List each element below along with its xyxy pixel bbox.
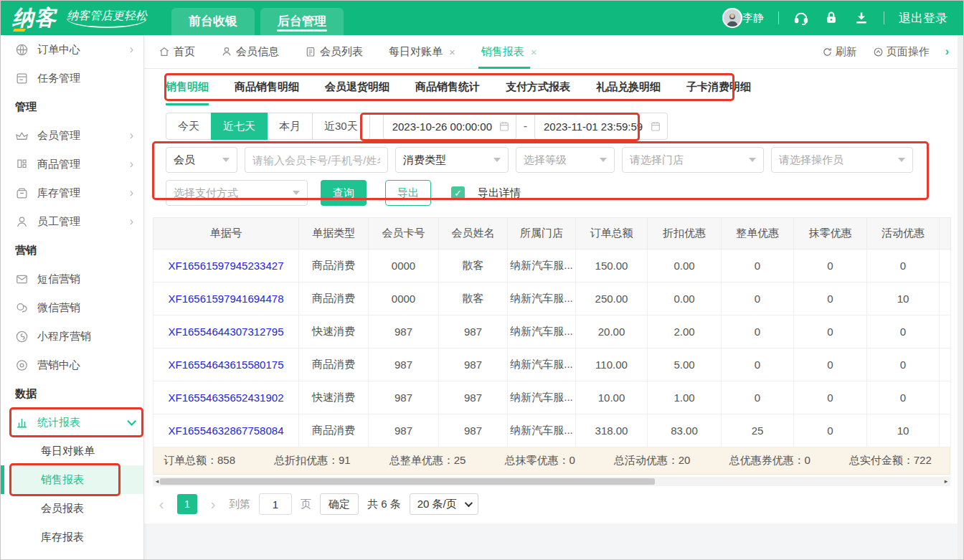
consume-type-select[interactable]: 消费类型 bbox=[395, 147, 509, 173]
report-tab-member-returns-detail[interactable]: 会员退货明细 bbox=[325, 80, 389, 105]
logout-button[interactable]: 退出登录 bbox=[899, 10, 948, 27]
quick-date-last30days[interactable]: 近30天 bbox=[312, 113, 370, 140]
confirm-page-button[interactable]: 确定 bbox=[320, 493, 359, 515]
table-header-row: 单据号 单据类型 会员卡号 会员姓名 所属门店 订单总额 折扣优惠 整单优惠 抹… bbox=[153, 218, 951, 250]
calendar-icon bbox=[650, 120, 661, 132]
nav-tab-front-cashier[interactable]: 前台收银 bbox=[171, 8, 255, 35]
user-name[interactable]: 李静 bbox=[742, 11, 764, 25]
sidebar-subitem-staff-report[interactable]: 员工报表 bbox=[1, 551, 143, 560]
member-search-input[interactable] bbox=[245, 147, 388, 173]
support-headset-icon[interactable] bbox=[793, 10, 809, 26]
refresh-button[interactable]: 刷新 bbox=[822, 45, 857, 59]
vertical-scrollbar[interactable] bbox=[958, 35, 963, 560]
page-number-button[interactable]: 1 bbox=[177, 494, 197, 514]
summary-total-paid: 总实付金额：722 bbox=[849, 454, 932, 468]
page-tab-member-list[interactable]: 会员列表 bbox=[305, 35, 363, 69]
query-button[interactable]: 查询 bbox=[321, 180, 367, 206]
col-header-order-type: 单据类型 bbox=[299, 218, 369, 250]
sidebar-item-product-mgmt[interactable]: 商品管理 › bbox=[1, 150, 143, 179]
page-unit-label: 页 bbox=[301, 498, 311, 511]
header-divider bbox=[884, 11, 884, 24]
report-tab-payment-method-report[interactable]: 支付方式报表 bbox=[506, 80, 570, 105]
horizontal-scrollbar[interactable]: ◂ ▸ bbox=[153, 477, 950, 486]
miniprogram-icon bbox=[15, 330, 29, 343]
store-select[interactable]: 请选择门店 bbox=[622, 147, 764, 173]
scrollbar-thumb[interactable] bbox=[160, 478, 655, 485]
chevron-right-icon[interactable]: › bbox=[945, 45, 949, 58]
member-type-select[interactable]: 会员 bbox=[166, 147, 237, 173]
summary-total-whole-order-discount: 总整单优惠：25 bbox=[389, 454, 466, 468]
grid-icon bbox=[15, 158, 29, 171]
sidebar-item-staff-mgmt[interactable]: 员工管理 › bbox=[1, 207, 143, 236]
wechat-icon bbox=[15, 301, 29, 315]
person-icon bbox=[221, 46, 232, 57]
quick-date-last7days[interactable]: 近七天 bbox=[211, 113, 268, 140]
sidebar-item-wechat-marketing[interactable]: 微信营销 bbox=[1, 293, 143, 322]
goto-page-label: 到第 bbox=[229, 498, 250, 511]
order-no-link[interactable]: XF16561597945233427 bbox=[153, 250, 299, 283]
filter-row-2: 选择支付方式 查询 导出 ✓ 导出详情 bbox=[166, 180, 963, 206]
close-icon[interactable]: × bbox=[531, 46, 537, 58]
col-header-filler bbox=[940, 218, 951, 250]
date-to-input[interactable]: 2023-11-01 23:59:59 bbox=[534, 113, 668, 140]
close-icon[interactable]: × bbox=[449, 46, 455, 58]
sidebar-item-marketing-center[interactable]: 营销中心 bbox=[1, 351, 143, 379]
sidebar-section-management: 管理 bbox=[1, 92, 143, 121]
payment-method-select[interactable]: 选择支付方式 bbox=[166, 180, 308, 206]
scroll-right-arrow-icon[interactable]: ▸ bbox=[942, 477, 950, 486]
sidebar-item-miniprogram-marketing[interactable]: 小程序营销 bbox=[1, 322, 143, 351]
sidebar-subitem-daily-reconciliation[interactable]: 每日对账单 bbox=[1, 437, 143, 465]
report-tab-product-sales-stats[interactable]: 商品销售统计 bbox=[415, 80, 480, 105]
report-tab-sales-detail[interactable]: 销售明细 bbox=[166, 80, 209, 105]
date-from-input[interactable]: 2023-10-26 00:00:00 bbox=[383, 113, 516, 140]
sidebar-section-marketing: 营销 bbox=[1, 236, 143, 265]
order-no-link[interactable]: XF16554632867758084 bbox=[153, 414, 299, 447]
open-pages-tabbar: 首页 会员信息 会员列表 每日对账单 × 销售报表 × bbox=[144, 35, 963, 69]
sidebar-item-sms-marketing[interactable]: 短信营销 bbox=[1, 265, 143, 293]
level-select[interactable]: 选择等级 bbox=[516, 147, 615, 173]
goto-page-input[interactable] bbox=[259, 493, 292, 515]
col-header-order-total: 订单总额 bbox=[576, 218, 648, 250]
sidebar-subitem-inventory-report[interactable]: 库存报表 bbox=[1, 523, 143, 551]
sidebar-subitem-sales-report[interactable]: 销售报表 bbox=[9, 465, 143, 494]
summary-total-discount: 总折扣优惠：91 bbox=[274, 454, 351, 468]
quick-date-today[interactable]: 今天 bbox=[166, 113, 212, 140]
sidebar-item-statistics-reports[interactable]: 统计报表 bbox=[1, 408, 143, 437]
order-no-link[interactable]: XF16561597941694478 bbox=[153, 283, 299, 315]
quick-date-this-month[interactable]: 本月 bbox=[267, 113, 313, 140]
page-tab-sales-report[interactable]: 销售报表 × bbox=[481, 35, 537, 69]
order-no-link[interactable]: XF16554635652431902 bbox=[153, 381, 299, 414]
chevron-right-icon: › bbox=[130, 215, 133, 228]
next-page-button[interactable]: › bbox=[206, 496, 220, 513]
report-tab-product-sales-detail[interactable]: 商品销售明细 bbox=[235, 80, 299, 105]
page-tab-member-info[interactable]: 会员信息 bbox=[221, 35, 279, 69]
sidebar-item-inventory-mgmt[interactable]: 库存管理 › bbox=[1, 179, 143, 207]
export-button[interactable]: 导出 bbox=[385, 180, 431, 206]
page-operations-button[interactable]: 页面操作 bbox=[873, 45, 930, 59]
main-nav: 前台收银 后台管理 bbox=[171, 1, 344, 35]
page-size-select[interactable]: 20 条/页 bbox=[410, 493, 478, 515]
page-tab-daily-reconciliation[interactable]: 每日对账单 × bbox=[389, 35, 455, 69]
nav-tab-backend-admin[interactable]: 后台管理 bbox=[260, 8, 344, 35]
report-tab-subcard-consumption-detail[interactable]: 子卡消费明细 bbox=[686, 80, 751, 105]
quick-date-group: 今天 近七天 本月 近30天 bbox=[166, 113, 370, 140]
chevron-right-icon: › bbox=[130, 186, 133, 199]
download-icon[interactable] bbox=[854, 10, 869, 26]
prev-page-button[interactable]: ‹ bbox=[154, 496, 169, 513]
table-row: XF16554635652431902 快速消费987 987纳新汽车服... … bbox=[153, 381, 951, 414]
sidebar-item-order-center[interactable]: 订单中心 › bbox=[1, 35, 143, 64]
user-avatar[interactable] bbox=[722, 8, 742, 28]
sidebar-item-task-mgmt[interactable]: 任务管理 bbox=[1, 64, 143, 92]
order-no-link[interactable]: XF16554643615580175 bbox=[153, 348, 299, 381]
operator-select[interactable]: 请选择操作员 bbox=[771, 147, 913, 173]
tasks-icon bbox=[15, 72, 29, 85]
report-tab-gift-redemption-detail[interactable]: 礼品兑换明细 bbox=[596, 80, 661, 105]
sidebar-item-member-mgmt[interactable]: 会员管理 › bbox=[1, 121, 143, 150]
person-icon bbox=[724, 11, 740, 27]
sidebar-subitem-member-report[interactable]: 会员报表 bbox=[1, 494, 143, 523]
order-no-link[interactable]: XF16554644307312795 bbox=[153, 315, 299, 348]
lock-icon[interactable] bbox=[823, 10, 839, 26]
caret-down-icon bbox=[222, 158, 230, 162]
export-detail-checkbox[interactable]: ✓ bbox=[451, 186, 465, 200]
page-tab-home[interactable]: 首页 bbox=[159, 35, 195, 69]
